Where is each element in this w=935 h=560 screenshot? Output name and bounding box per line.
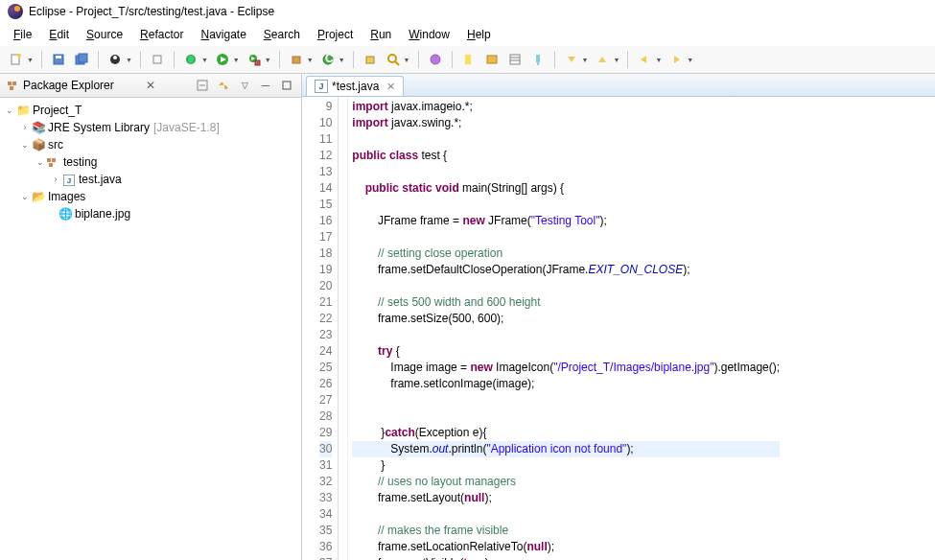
tree-project[interactable]: ⌄ 📁 Project_T xyxy=(0,102,301,119)
code-line[interactable]: frame.setVisible(true); xyxy=(352,555,780,560)
close-icon[interactable]: ✕ xyxy=(144,79,157,92)
code-line[interactable]: frame.setLayout(null); xyxy=(352,490,780,506)
line-number[interactable]: 29 xyxy=(319,425,332,441)
line-number[interactable]: 30 xyxy=(319,441,332,457)
collapse-all-button[interactable] xyxy=(194,77,211,94)
tree-java-file[interactable]: › J test.java xyxy=(0,171,301,188)
new-class-button[interactable]: C xyxy=(317,49,339,70)
code-line[interactable]: // makes the frame visible xyxy=(352,523,780,539)
menu-search[interactable]: Search xyxy=(256,25,308,44)
menu-window[interactable]: Window xyxy=(401,25,457,44)
line-number[interactable]: 27 xyxy=(319,392,332,408)
task-button[interactable] xyxy=(425,49,446,70)
line-number[interactable]: 33 xyxy=(319,490,332,506)
line-number[interactable]: 36 xyxy=(319,539,332,555)
tree-image-file[interactable]: 🌐 biplane.jpg xyxy=(0,205,301,222)
maximize-button[interactable] xyxy=(278,77,295,94)
expand-icon[interactable]: ⌄ xyxy=(19,192,31,201)
editor-tab[interactable]: J *test.java ✕ xyxy=(306,76,404,96)
line-number[interactable]: 20 xyxy=(319,278,332,294)
code-line[interactable]: // setting close operation xyxy=(352,245,780,262)
build-button[interactable] xyxy=(147,49,168,70)
line-number[interactable]: 19 xyxy=(319,262,332,278)
search-button[interactable] xyxy=(383,49,404,70)
menu-help[interactable]: Help xyxy=(459,25,499,44)
line-number[interactable]: 23 xyxy=(319,327,332,343)
folding-bar[interactable] xyxy=(339,97,348,560)
expand-icon[interactable]: ⌄ xyxy=(35,157,46,167)
menu-project[interactable]: Project xyxy=(310,25,361,44)
dropdown-arrow-icon[interactable]: ▼ xyxy=(233,57,240,63)
next-annotation-button[interactable] xyxy=(561,49,582,70)
code-line[interactable]: JFrame frame = new JFrame("Testing Tool"… xyxy=(352,213,780,229)
code-line[interactable]: Image image = new ImageIcon("/Project_T/… xyxy=(352,360,780,376)
back-button[interactable] xyxy=(634,49,655,70)
code-line[interactable]: import javax.imageio.*; xyxy=(352,99,780,115)
code-content[interactable]: import javax.imageio.*;import javax.swin… xyxy=(348,97,780,560)
expand-icon[interactable]: ⌄ xyxy=(4,105,15,115)
dropdown-arrow-icon[interactable]: ▼ xyxy=(613,57,619,63)
code-line[interactable]: // uses no layout managers xyxy=(352,474,780,490)
open-type-button[interactable] xyxy=(360,49,381,70)
line-number[interactable]: 9 xyxy=(319,99,332,115)
menu-navigate[interactable]: Navigate xyxy=(193,25,253,44)
show-whitespace-button[interactable] xyxy=(504,49,526,70)
code-line[interactable]: }catch(Exception e){ xyxy=(352,425,780,441)
dropdown-arrow-icon[interactable]: ▼ xyxy=(404,57,410,63)
close-icon[interactable]: ✕ xyxy=(386,81,395,93)
menu-source[interactable]: Source xyxy=(79,25,130,44)
tree-src[interactable]: ⌄ 📦 src xyxy=(0,136,301,153)
line-number[interactable]: 37 xyxy=(319,555,332,560)
dropdown-arrow-icon[interactable]: ▼ xyxy=(655,57,662,63)
dropdown-arrow-icon[interactable]: ▼ xyxy=(582,57,589,63)
link-editor-button[interactable] xyxy=(215,77,232,94)
code-line[interactable] xyxy=(352,131,780,148)
debug-button[interactable] xyxy=(180,49,201,70)
line-number[interactable]: 13 xyxy=(319,164,332,180)
code-line[interactable] xyxy=(352,327,780,343)
line-number[interactable]: 12 xyxy=(319,148,332,164)
code-line[interactable]: frame.setDefaultCloseOperation(JFrame.EX… xyxy=(352,262,780,278)
save-all-button[interactable] xyxy=(71,49,92,70)
prev-annotation-button[interactable] xyxy=(592,49,613,70)
line-number[interactable]: 22 xyxy=(319,311,332,327)
tree-package[interactable]: ⌄ testing xyxy=(0,153,301,171)
line-number[interactable]: 17 xyxy=(319,229,332,245)
pin-button[interactable] xyxy=(527,49,549,70)
minimize-button[interactable]: ─ xyxy=(257,77,274,94)
tree-folder[interactable]: ⌄ 📂 Images xyxy=(0,188,301,205)
line-number[interactable]: 18 xyxy=(319,245,332,262)
dropdown-arrow-icon[interactable]: ▼ xyxy=(201,57,208,63)
perspective-button[interactable] xyxy=(105,49,126,70)
new-button[interactable] xyxy=(6,49,27,70)
expand-icon[interactable]: › xyxy=(50,175,61,184)
run-button[interactable] xyxy=(212,49,233,70)
menu-file[interactable]: File xyxy=(6,25,39,44)
code-line[interactable] xyxy=(352,197,780,213)
menu-refactor[interactable]: Refactor xyxy=(132,25,191,44)
tree-jre[interactable]: › 📚 JRE System Library [JavaSE-1.8] xyxy=(0,119,301,136)
dropdown-arrow-icon[interactable]: ▼ xyxy=(687,57,693,63)
code-line[interactable] xyxy=(352,506,780,523)
project-tree[interactable]: ⌄ 📁 Project_T › 📚 JRE System Library [Ja… xyxy=(0,98,301,560)
line-number[interactable]: 25 xyxy=(319,360,332,376)
code-line[interactable]: public class test { xyxy=(352,148,780,164)
line-number[interactable]: 16 xyxy=(319,213,332,229)
save-button[interactable] xyxy=(48,49,69,70)
code-line[interactable]: } xyxy=(352,457,780,474)
line-number[interactable]: 21 xyxy=(319,294,332,311)
dropdown-arrow-icon[interactable]: ▼ xyxy=(307,57,314,63)
code-line[interactable]: public static void main(String[] args) { xyxy=(352,180,780,197)
dropdown-arrow-icon[interactable]: ▼ xyxy=(27,57,34,63)
line-number[interactable]: 26 xyxy=(319,376,332,392)
code-line[interactable] xyxy=(352,229,780,245)
code-line[interactable]: import javax.swing.*; xyxy=(352,115,780,131)
code-line[interactable]: frame.setLocationRelativeTo(null); xyxy=(352,539,780,555)
toggle-mark-button[interactable] xyxy=(458,49,479,70)
forward-button[interactable] xyxy=(666,49,687,70)
code-line[interactable]: try { xyxy=(352,343,780,360)
line-number[interactable]: 35 xyxy=(319,523,332,539)
code-line[interactable] xyxy=(352,164,780,180)
line-number[interactable]: 15 xyxy=(319,197,332,213)
code-line[interactable]: frame.setSize(500, 600); xyxy=(352,311,780,327)
